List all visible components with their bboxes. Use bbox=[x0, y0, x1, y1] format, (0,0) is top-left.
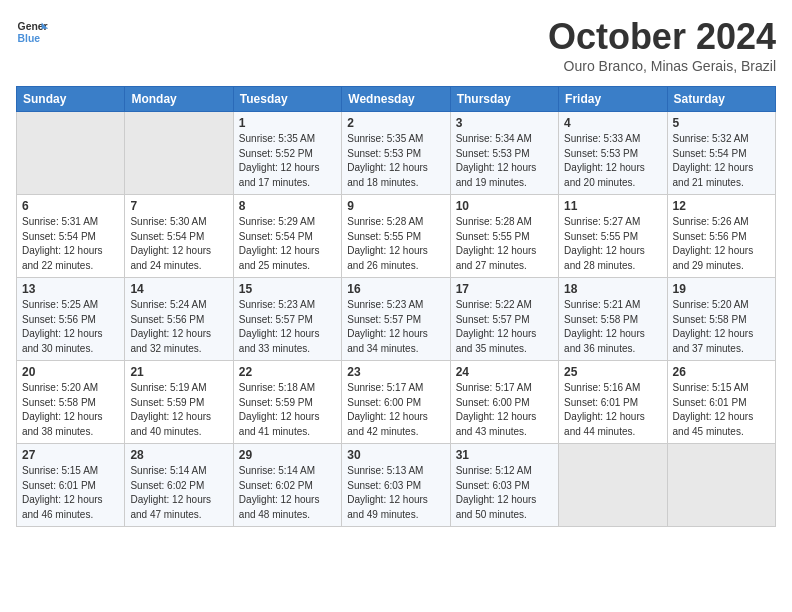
title-block: October 2024 Ouro Branco, Minas Gerais, … bbox=[548, 16, 776, 74]
day-info: Sunrise: 5:30 AM Sunset: 5:54 PM Dayligh… bbox=[130, 215, 227, 273]
day-number: 10 bbox=[456, 199, 553, 213]
day-number: 3 bbox=[456, 116, 553, 130]
day-number: 31 bbox=[456, 448, 553, 462]
day-number: 16 bbox=[347, 282, 444, 296]
logo: General Blue bbox=[16, 16, 48, 48]
day-number: 8 bbox=[239, 199, 336, 213]
day-number: 7 bbox=[130, 199, 227, 213]
calendar-day-cell: 14Sunrise: 5:24 AM Sunset: 5:56 PM Dayli… bbox=[125, 278, 233, 361]
calendar-day-cell bbox=[17, 112, 125, 195]
day-info: Sunrise: 5:22 AM Sunset: 5:57 PM Dayligh… bbox=[456, 298, 553, 356]
day-info: Sunrise: 5:32 AM Sunset: 5:54 PM Dayligh… bbox=[673, 132, 770, 190]
day-info: Sunrise: 5:17 AM Sunset: 6:00 PM Dayligh… bbox=[347, 381, 444, 439]
calendar-table: SundayMondayTuesdayWednesdayThursdayFrid… bbox=[16, 86, 776, 527]
day-info: Sunrise: 5:29 AM Sunset: 5:54 PM Dayligh… bbox=[239, 215, 336, 273]
weekday-header: Friday bbox=[559, 87, 667, 112]
calendar-day-cell: 16Sunrise: 5:23 AM Sunset: 5:57 PM Dayli… bbox=[342, 278, 450, 361]
calendar-day-cell: 17Sunrise: 5:22 AM Sunset: 5:57 PM Dayli… bbox=[450, 278, 558, 361]
calendar-day-cell: 3Sunrise: 5:34 AM Sunset: 5:53 PM Daylig… bbox=[450, 112, 558, 195]
day-number: 13 bbox=[22, 282, 119, 296]
day-info: Sunrise: 5:12 AM Sunset: 6:03 PM Dayligh… bbox=[456, 464, 553, 522]
weekday-header: Saturday bbox=[667, 87, 775, 112]
calendar-day-cell: 8Sunrise: 5:29 AM Sunset: 5:54 PM Daylig… bbox=[233, 195, 341, 278]
day-number: 9 bbox=[347, 199, 444, 213]
day-info: Sunrise: 5:25 AM Sunset: 5:56 PM Dayligh… bbox=[22, 298, 119, 356]
day-info: Sunrise: 5:14 AM Sunset: 6:02 PM Dayligh… bbox=[130, 464, 227, 522]
page-header: General Blue October 2024 Ouro Branco, M… bbox=[16, 16, 776, 74]
day-info: Sunrise: 5:20 AM Sunset: 5:58 PM Dayligh… bbox=[22, 381, 119, 439]
calendar-day-cell: 4Sunrise: 5:33 AM Sunset: 5:53 PM Daylig… bbox=[559, 112, 667, 195]
calendar-header-row: SundayMondayTuesdayWednesdayThursdayFrid… bbox=[17, 87, 776, 112]
day-info: Sunrise: 5:27 AM Sunset: 5:55 PM Dayligh… bbox=[564, 215, 661, 273]
calendar-day-cell: 28Sunrise: 5:14 AM Sunset: 6:02 PM Dayli… bbox=[125, 444, 233, 527]
calendar-day-cell: 18Sunrise: 5:21 AM Sunset: 5:58 PM Dayli… bbox=[559, 278, 667, 361]
calendar-week-row: 20Sunrise: 5:20 AM Sunset: 5:58 PM Dayli… bbox=[17, 361, 776, 444]
calendar-day-cell: 30Sunrise: 5:13 AM Sunset: 6:03 PM Dayli… bbox=[342, 444, 450, 527]
calendar-day-cell: 23Sunrise: 5:17 AM Sunset: 6:00 PM Dayli… bbox=[342, 361, 450, 444]
day-info: Sunrise: 5:19 AM Sunset: 5:59 PM Dayligh… bbox=[130, 381, 227, 439]
day-number: 23 bbox=[347, 365, 444, 379]
weekday-header: Sunday bbox=[17, 87, 125, 112]
calendar-day-cell: 15Sunrise: 5:23 AM Sunset: 5:57 PM Dayli… bbox=[233, 278, 341, 361]
day-info: Sunrise: 5:17 AM Sunset: 6:00 PM Dayligh… bbox=[456, 381, 553, 439]
day-number: 29 bbox=[239, 448, 336, 462]
day-number: 27 bbox=[22, 448, 119, 462]
day-number: 22 bbox=[239, 365, 336, 379]
day-info: Sunrise: 5:23 AM Sunset: 5:57 PM Dayligh… bbox=[347, 298, 444, 356]
calendar-day-cell: 31Sunrise: 5:12 AM Sunset: 6:03 PM Dayli… bbox=[450, 444, 558, 527]
calendar-day-cell: 21Sunrise: 5:19 AM Sunset: 5:59 PM Dayli… bbox=[125, 361, 233, 444]
day-number: 26 bbox=[673, 365, 770, 379]
day-number: 30 bbox=[347, 448, 444, 462]
day-number: 1 bbox=[239, 116, 336, 130]
calendar-day-cell: 1Sunrise: 5:35 AM Sunset: 5:52 PM Daylig… bbox=[233, 112, 341, 195]
calendar-day-cell: 7Sunrise: 5:30 AM Sunset: 5:54 PM Daylig… bbox=[125, 195, 233, 278]
day-info: Sunrise: 5:13 AM Sunset: 6:03 PM Dayligh… bbox=[347, 464, 444, 522]
calendar-day-cell bbox=[125, 112, 233, 195]
day-info: Sunrise: 5:35 AM Sunset: 5:53 PM Dayligh… bbox=[347, 132, 444, 190]
calendar-day-cell: 24Sunrise: 5:17 AM Sunset: 6:00 PM Dayli… bbox=[450, 361, 558, 444]
calendar-day-cell: 27Sunrise: 5:15 AM Sunset: 6:01 PM Dayli… bbox=[17, 444, 125, 527]
calendar-day-cell: 25Sunrise: 5:16 AM Sunset: 6:01 PM Dayli… bbox=[559, 361, 667, 444]
day-number: 12 bbox=[673, 199, 770, 213]
calendar-week-row: 6Sunrise: 5:31 AM Sunset: 5:54 PM Daylig… bbox=[17, 195, 776, 278]
calendar-day-cell: 11Sunrise: 5:27 AM Sunset: 5:55 PM Dayli… bbox=[559, 195, 667, 278]
day-info: Sunrise: 5:14 AM Sunset: 6:02 PM Dayligh… bbox=[239, 464, 336, 522]
month-title: October 2024 bbox=[548, 16, 776, 58]
day-info: Sunrise: 5:26 AM Sunset: 5:56 PM Dayligh… bbox=[673, 215, 770, 273]
day-number: 21 bbox=[130, 365, 227, 379]
calendar-day-cell: 6Sunrise: 5:31 AM Sunset: 5:54 PM Daylig… bbox=[17, 195, 125, 278]
weekday-header: Monday bbox=[125, 87, 233, 112]
day-info: Sunrise: 5:20 AM Sunset: 5:58 PM Dayligh… bbox=[673, 298, 770, 356]
location-subtitle: Ouro Branco, Minas Gerais, Brazil bbox=[548, 58, 776, 74]
calendar-day-cell: 13Sunrise: 5:25 AM Sunset: 5:56 PM Dayli… bbox=[17, 278, 125, 361]
calendar-day-cell: 22Sunrise: 5:18 AM Sunset: 5:59 PM Dayli… bbox=[233, 361, 341, 444]
day-info: Sunrise: 5:28 AM Sunset: 5:55 PM Dayligh… bbox=[456, 215, 553, 273]
day-number: 5 bbox=[673, 116, 770, 130]
day-number: 4 bbox=[564, 116, 661, 130]
day-info: Sunrise: 5:15 AM Sunset: 6:01 PM Dayligh… bbox=[673, 381, 770, 439]
calendar-day-cell: 19Sunrise: 5:20 AM Sunset: 5:58 PM Dayli… bbox=[667, 278, 775, 361]
day-number: 6 bbox=[22, 199, 119, 213]
calendar-day-cell bbox=[559, 444, 667, 527]
calendar-day-cell: 5Sunrise: 5:32 AM Sunset: 5:54 PM Daylig… bbox=[667, 112, 775, 195]
svg-text:Blue: Blue bbox=[18, 33, 41, 44]
day-number: 15 bbox=[239, 282, 336, 296]
day-number: 19 bbox=[673, 282, 770, 296]
day-number: 11 bbox=[564, 199, 661, 213]
day-info: Sunrise: 5:16 AM Sunset: 6:01 PM Dayligh… bbox=[564, 381, 661, 439]
day-number: 24 bbox=[456, 365, 553, 379]
day-info: Sunrise: 5:18 AM Sunset: 5:59 PM Dayligh… bbox=[239, 381, 336, 439]
calendar-day-cell: 20Sunrise: 5:20 AM Sunset: 5:58 PM Dayli… bbox=[17, 361, 125, 444]
calendar-week-row: 27Sunrise: 5:15 AM Sunset: 6:01 PM Dayli… bbox=[17, 444, 776, 527]
day-number: 2 bbox=[347, 116, 444, 130]
day-info: Sunrise: 5:31 AM Sunset: 5:54 PM Dayligh… bbox=[22, 215, 119, 273]
calendar-week-row: 13Sunrise: 5:25 AM Sunset: 5:56 PM Dayli… bbox=[17, 278, 776, 361]
day-info: Sunrise: 5:23 AM Sunset: 5:57 PM Dayligh… bbox=[239, 298, 336, 356]
day-number: 17 bbox=[456, 282, 553, 296]
calendar-day-cell: 26Sunrise: 5:15 AM Sunset: 6:01 PM Dayli… bbox=[667, 361, 775, 444]
weekday-header: Tuesday bbox=[233, 87, 341, 112]
calendar-day-cell bbox=[667, 444, 775, 527]
calendar-day-cell: 29Sunrise: 5:14 AM Sunset: 6:02 PM Dayli… bbox=[233, 444, 341, 527]
day-number: 14 bbox=[130, 282, 227, 296]
weekday-header: Thursday bbox=[450, 87, 558, 112]
